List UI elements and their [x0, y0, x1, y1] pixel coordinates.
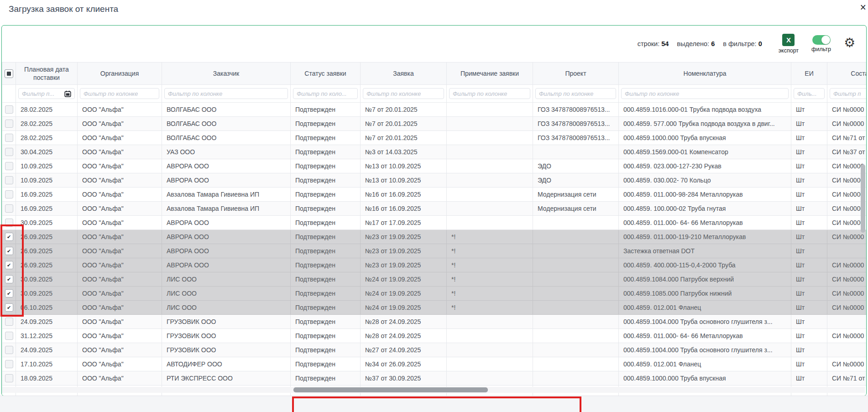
cell-date: 16.09.2025 [16, 188, 78, 202]
table-row[interactable]: 10.09.2025ООО "Альфа"АВРОРА ОООПодтвержд… [2, 173, 867, 188]
cell-org: ООО "Альфа" [78, 131, 162, 145]
column-header-status[interactable]: Статус заявки [291, 63, 361, 85]
column-header-date[interactable]: Плановая дата поставки [16, 63, 78, 85]
cell-structure: СИ №0000 [827, 272, 867, 287]
table-row[interactable]: 30.09.2025ООО "Альфа"АВРОРА ОООПодтвержд… [2, 216, 867, 230]
table-row[interactable]: ✔30.09.2025ООО "Альфа"ЛИС ОООПодтвержден… [2, 287, 867, 301]
filter-input-structure[interactable]: Фильтр п [830, 88, 867, 99]
table-row[interactable]: ✔30.09.2025ООО "Альфа"ЛИС ОООПодтвержден… [2, 272, 867, 287]
cell-status: Подтвержден [291, 103, 361, 117]
table-row[interactable]: 28.02.2025ООО "Альфа"ВОЛГАБАС ОООПодтвер… [2, 131, 867, 145]
row-checkbox-checked[interactable]: ✔ [5, 289, 13, 297]
column-header-unit[interactable]: ЕИ [791, 63, 827, 85]
cell-unit: Шт [791, 315, 827, 329]
row-checkbox[interactable] [5, 120, 13, 128]
table-row[interactable]: ✔26.09.2025ООО "Альфа"АВРОРА ОООПодтверж… [2, 258, 867, 272]
filter-input-customer[interactable]: Фильтр по колонке [164, 88, 288, 99]
cell-structure: СИ №71 от [827, 371, 867, 386]
filter-input-note[interactable]: Фильтр по колонке [449, 88, 530, 99]
cell-note [447, 117, 533, 131]
column-header-project[interactable]: Проект [533, 63, 619, 85]
table-row[interactable]: 17.10.2025ООО "Альфа"АВТОДИФЕР ОООПодтве… [2, 357, 867, 371]
row-checkbox-checked[interactable]: ✔ [5, 275, 13, 283]
cell-status: Подтвержден [291, 159, 361, 173]
row-checkbox-checked[interactable]: ✔ [5, 247, 13, 255]
cell-nomenclature: 000.4859. 400.000-115-0,4-2000 Труба [619, 258, 791, 272]
table-row[interactable]: ✔26.09.2025ООО "Альфа"АВРОРА ОООПодтверж… [2, 244, 867, 258]
table-row[interactable]: 18.09.2025ООО "Альфа"РТИ ЭКСПРЕСС ОООПод… [2, 371, 867, 386]
row-checkbox-checked[interactable]: ✔ [5, 303, 13, 312]
cell-note [447, 131, 533, 145]
table-row[interactable]: ✔26.09.2025ООО "Альфа"АВРОРА ОООПодтверж… [2, 230, 867, 244]
cell-project [533, 244, 619, 258]
cell-customer: АВТОДИФЕР ООО [162, 357, 291, 371]
row-checkbox[interactable] [5, 204, 13, 213]
table-row[interactable]: 16.09.2025ООО "Альфа"Авзалова Тамара Гив… [2, 188, 867, 202]
cell-status: Подтвержден [291, 315, 361, 329]
row-checkbox[interactable] [5, 374, 13, 382]
filter-input-status[interactable]: Фильтр по коло... [293, 88, 358, 99]
cell-customer: ГРУЗОВИК ООО [162, 343, 291, 357]
cell-org: ООО "Альфа" [78, 188, 162, 202]
table-row[interactable]: 24.09.2025ООО "Альфа"ГРУЗОВИК ОООПодтвер… [2, 315, 867, 329]
filter-placeholder: Фильтр по колонке [539, 90, 593, 97]
cell-project [533, 230, 619, 244]
column-header-request[interactable]: Заявка [361, 63, 447, 85]
table-row[interactable]: ✔06.10.2025ООО "Альфа"ЛИС ОООПодтвержден… [2, 301, 867, 315]
export-label: экспорт [779, 47, 799, 54]
row-checkbox[interactable] [5, 190, 13, 198]
cell-structure: СИ №0000 [827, 258, 867, 272]
settings-gear-icon[interactable]: ⚙ [844, 37, 855, 49]
row-checkbox-checked[interactable]: ✔ [5, 261, 13, 269]
cell-customer: УАЗ ООО [162, 145, 291, 159]
dialog-title: Загрузка заявок от клиента [9, 4, 118, 14]
filter-input-project[interactable]: Фильтр по колонке [535, 88, 616, 99]
row-checkbox[interactable] [5, 318, 13, 326]
vertical-scrollbar-thumb[interactable] [861, 164, 865, 233]
row-checkbox[interactable] [5, 148, 13, 156]
cell-customer: ЛИС ООО [162, 301, 291, 315]
column-header-customer[interactable]: Заказчик [162, 63, 291, 85]
column-header-org[interactable]: Организация [78, 63, 162, 85]
filter-input-unit[interactable]: Филь... [794, 88, 825, 99]
cell-org: ООО "Альфа" [78, 258, 162, 272]
column-header-structure[interactable]: Состав [827, 63, 867, 85]
table-row[interactable]: 10.09.2025ООО "Альфа"АВРОРА ОООПодтвержд… [2, 159, 867, 173]
row-checkbox[interactable] [5, 162, 13, 170]
cell-org: ООО "Альфа" [78, 230, 162, 244]
horizontal-scrollbar-thumb[interactable] [293, 387, 488, 392]
close-icon[interactable]: × [860, 2, 866, 13]
filter-input-nomenclature[interactable]: Фильтр по колонке [621, 88, 789, 99]
column-header-note[interactable]: Примечание заявки [447, 63, 533, 85]
export-button[interactable]: X экспорт [779, 34, 799, 54]
filter-toggle[interactable]: фильтр [811, 35, 831, 52]
cell-nomenclature: 000.4859.1084.000 Патрубок верхний [619, 272, 791, 287]
cell-request: №28 от 24.09.2025 [361, 329, 447, 343]
table-row[interactable]: 28.02.2025ООО "Альфа"ВОЛГАБАС ОООПодтвер… [2, 117, 867, 131]
select-all-checkbox[interactable] [5, 69, 13, 78]
row-checkbox[interactable] [5, 176, 13, 184]
filter-input-org[interactable]: Фильтр по колонке [80, 88, 159, 99]
table-row[interactable]: 31.12.2025ООО "Альфа"ГРУЗОВИК ОООПодтвер… [2, 329, 867, 343]
row-checkbox[interactable] [5, 360, 13, 368]
filter-input-request[interactable]: Фильтр по колонке [363, 88, 444, 99]
row-checkbox[interactable] [5, 219, 13, 227]
table-row[interactable]: 28.02.2025ООО "Альфа"ВОЛГАБАС ОООПодтвер… [2, 103, 867, 117]
table-row[interactable]: 24.09.2025ООО "Альфа"ГРУЗОВИК ОООПодтвер… [2, 343, 867, 357]
row-checkbox[interactable] [5, 105, 13, 114]
filter-input-date[interactable]: Фильтр п... [18, 88, 75, 99]
table-row[interactable]: 16.09.2025ООО "Альфа"Авзалова Тамара Гив… [2, 202, 867, 216]
cell-unit: Шт [791, 117, 827, 131]
cell-date: 26.09.2025 [16, 230, 78, 244]
cell-structure [827, 343, 867, 357]
row-checkbox[interactable] [5, 332, 13, 340]
row-checkbox[interactable] [5, 346, 13, 354]
cell-status: Подтвержден [291, 357, 361, 371]
cell-note: *! [447, 230, 533, 244]
cell-status: Подтвержден [291, 272, 361, 287]
cell-project: ГОЗ 347878008976513... [533, 131, 619, 145]
row-checkbox-checked[interactable]: ✔ [5, 233, 13, 241]
table-row[interactable]: 30.04.2025ООО "Альфа"УАЗ ОООПодтвержден№… [2, 145, 867, 159]
column-header-nomenclature[interactable]: Номенклатура [619, 63, 791, 85]
row-checkbox[interactable] [5, 134, 13, 142]
